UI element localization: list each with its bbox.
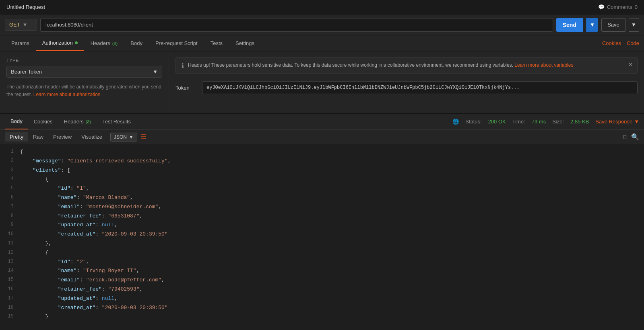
code-line: 1 {: [0, 148, 644, 157]
resp-headers-badge: (8): [86, 119, 91, 124]
save-arrow-button[interactable]: ▼: [629, 18, 639, 32]
code-line: 18 "created_at": "2020-09-03 20:39:50": [0, 303, 644, 313]
method-chevron-icon: ▼: [23, 22, 28, 28]
request-tabs: Params Authorization Headers (8) Body Pr…: [5, 35, 261, 51]
request-title: Untitled Request: [6, 4, 45, 10]
code-line: 5 "id": "1",: [0, 184, 644, 193]
send-button[interactable]: Send: [556, 18, 583, 32]
resp-tab-cookies[interactable]: Cookies: [28, 114, 58, 129]
banner-close-icon[interactable]: ✕: [628, 61, 633, 68]
code-line: 16 "retainer_fee": "79402593",: [0, 285, 644, 294]
save-response-chevron-icon: ▼: [634, 119, 639, 125]
code-line: 13 "id": "2",: [0, 258, 644, 267]
code-line: 3 "clients": [: [0, 166, 644, 175]
size-value: 2.85 KB: [570, 119, 589, 125]
code-line: 11 },: [0, 239, 644, 248]
tab-prerequest[interactable]: Pre-request Script: [149, 35, 204, 51]
info-banner: ℹ Heads up! These parameters hold sensit…: [175, 57, 638, 74]
fmt-tab-visualize[interactable]: Visualize: [76, 132, 107, 141]
comment-icon: 💬: [598, 4, 605, 10]
authorization-dot: [75, 41, 78, 44]
wrap-lines-icon[interactable]: ☰: [140, 133, 146, 141]
response-status-bar: 🌐 Status: 200 OK Time: 73 ms Size: 2.85 …: [452, 119, 639, 125]
json-format-select[interactable]: JSON ▼: [110, 133, 137, 141]
code-link[interactable]: Code: [627, 40, 639, 46]
code-line: 8 "retainer_fee": "66531087",: [0, 212, 644, 221]
resp-tab-body[interactable]: Body: [5, 114, 28, 129]
request-tabs-row: Params Authorization Headers (8) Body Pr…: [0, 35, 644, 51]
json-format-value: JSON: [114, 134, 127, 140]
bearer-token-select[interactable]: Bearer Token ▼: [6, 66, 162, 78]
globe-icon: 🌐: [452, 119, 459, 125]
token-row: Token: [175, 81, 638, 94]
fmt-tab-pretty[interactable]: Pretty: [5, 132, 28, 141]
time-value: 73 ms: [532, 119, 546, 125]
comments-count: 0: [635, 4, 638, 10]
fmt-tab-raw[interactable]: Raw: [28, 132, 48, 141]
url-input[interactable]: [40, 18, 553, 32]
code-view: 1 { 2 "message": "Clients retrieved succ…: [0, 144, 644, 330]
response-tabs-row: Body Cookies Headers (8) Test Results 🌐 …: [0, 114, 644, 130]
status-value: 200 OK: [488, 119, 506, 125]
title-bar-right: 💬 Comments 0: [598, 4, 638, 10]
resp-tab-headers[interactable]: Headers (8): [58, 114, 97, 129]
auth-learn-more-link[interactable]: Learn more about authorization: [33, 92, 101, 97]
response-area: Body Cookies Headers (8) Test Results 🌐 …: [0, 114, 644, 330]
code-line: 12 {: [0, 248, 644, 258]
content-area: TYPE Bearer Token ▼ The authorization he…: [0, 51, 644, 330]
auth-panel: TYPE Bearer Token ▼ The authorization he…: [0, 51, 644, 114]
tab-params[interactable]: Params: [5, 35, 36, 51]
search-icon[interactable]: 🔍: [631, 133, 639, 141]
code-line: 7 "email": "monte96@schneider.com",: [0, 203, 644, 212]
bearer-value: Bearer Token: [11, 69, 42, 75]
request-tabs-right: Cookies Code: [602, 40, 639, 46]
token-label: Token: [175, 85, 196, 91]
comments-label: Comments: [607, 4, 632, 10]
auth-right: ℹ Heads up! These parameters hold sensit…: [169, 51, 644, 113]
resp-tab-test-results[interactable]: Test Results: [97, 114, 136, 129]
info-icon: ℹ: [182, 62, 184, 70]
copy-icon[interactable]: ⧉: [623, 133, 627, 141]
time-label: Time:: [512, 119, 525, 125]
save-button[interactable]: Save: [601, 18, 625, 32]
code-line: 9 "updated_at": null,: [0, 221, 644, 230]
variables-learn-more-link[interactable]: Learn more about variables: [514, 62, 573, 68]
save-response-button[interactable]: Save Response ▼: [595, 119, 639, 125]
tab-settings[interactable]: Settings: [229, 35, 261, 51]
headers-badge: (8): [112, 41, 118, 46]
tab-authorization[interactable]: Authorization: [36, 35, 84, 51]
format-right-icons: ⧉ 🔍: [623, 133, 639, 141]
code-line: 4 {: [0, 175, 644, 184]
url-bar: GET ▼ Send ▼ Save ▼: [0, 14, 644, 35]
status-label: Status:: [465, 119, 481, 125]
title-bar: Untitled Request 💬 Comments 0: [0, 0, 644, 14]
send-arrow-button[interactable]: ▼: [586, 18, 598, 32]
token-input[interactable]: [202, 81, 638, 94]
type-label: TYPE: [6, 58, 162, 63]
code-line: 10 "created_at": "2020-09-03 20:39:50": [0, 230, 644, 239]
tab-body[interactable]: Body: [124, 35, 149, 51]
auth-left: TYPE Bearer Token ▼ The authorization he…: [0, 51, 169, 113]
format-tabs-row: Pretty Raw Preview Visualize JSON ▼ ☰ ⧉ …: [0, 130, 644, 144]
tab-headers[interactable]: Headers (8): [84, 35, 124, 51]
code-line: 2 "message": "Clients retrieved successf…: [0, 157, 644, 166]
tab-tests[interactable]: Tests: [204, 35, 229, 51]
code-line: 19 }: [0, 312, 644, 322]
method-value: GET: [9, 22, 20, 28]
cookies-link[interactable]: Cookies: [602, 40, 621, 46]
json-format-chevron-icon: ▼: [129, 134, 134, 140]
code-line: 17 "updated_at": null,: [0, 294, 644, 303]
info-banner-text: Heads up! These parameters hold sensitiv…: [188, 61, 573, 69]
fmt-tab-preview[interactable]: Preview: [48, 132, 76, 141]
auth-note: The authorization header will be automat…: [6, 83, 162, 98]
code-line: 14 "name": "Irving Boyer II",: [0, 266, 644, 276]
method-select[interactable]: GET ▼: [5, 19, 37, 31]
code-line: 6 "name": "Marcos Blanda",: [0, 193, 644, 203]
bearer-chevron-icon: ▼: [153, 69, 158, 75]
response-tabs: Body Cookies Headers (8) Test Results: [5, 114, 136, 129]
size-label: Size:: [552, 119, 564, 125]
code-line: 15 "email": "erick.bode@pfeffer.com",: [0, 276, 644, 285]
